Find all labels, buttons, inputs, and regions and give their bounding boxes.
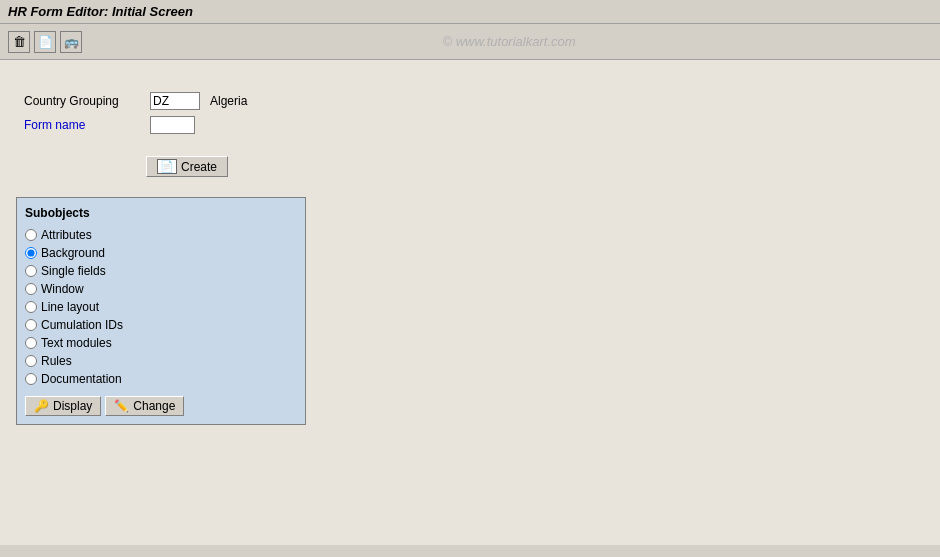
form-name-row: Form name	[24, 116, 916, 134]
cumulation-ids-label[interactable]: Cumulation IDs	[41, 318, 123, 332]
app-title: HR Form Editor: Initial Screen	[8, 4, 193, 19]
save-button[interactable]: 🚌	[60, 31, 82, 53]
delete-button[interactable]: 🗑	[8, 31, 30, 53]
save-icon: 🚌	[64, 35, 79, 49]
subobjects-panel: Subobjects Attributes Background Single …	[16, 197, 306, 425]
window-radio[interactable]	[25, 283, 37, 295]
background-label[interactable]: Background	[41, 246, 105, 260]
form-name-input[interactable]	[150, 116, 195, 134]
display-icon: 🔑	[34, 399, 49, 413]
country-grouping-row: Country Grouping Algeria	[24, 92, 916, 110]
copy-button[interactable]: 📄	[34, 31, 56, 53]
attributes-radio[interactable]	[25, 229, 37, 241]
title-bar: HR Form Editor: Initial Screen	[0, 0, 940, 24]
documentation-radio[interactable]	[25, 373, 37, 385]
create-button[interactable]: 📄 Create	[146, 156, 228, 177]
radio-attributes: Attributes	[25, 228, 297, 242]
radio-documentation: Documentation	[25, 372, 297, 386]
radio-line-layout: Line layout	[25, 300, 297, 314]
copy-icon: 📄	[38, 35, 53, 49]
rules-radio[interactable]	[25, 355, 37, 367]
text-modules-radio[interactable]	[25, 337, 37, 349]
background-radio[interactable]	[25, 247, 37, 259]
toolbar: 🗑 📄 🚌 © www.tutorialkart.com	[0, 24, 940, 60]
radio-rules: Rules	[25, 354, 297, 368]
change-button[interactable]: ✏️ Change	[105, 396, 184, 416]
line-layout-label[interactable]: Line layout	[41, 300, 99, 314]
bottom-buttons: 🔑 Display ✏️ Change	[25, 396, 297, 416]
display-button[interactable]: 🔑 Display	[25, 396, 101, 416]
form-area: Country Grouping Algeria Form name	[16, 76, 924, 148]
single-fields-label[interactable]: Single fields	[41, 264, 106, 278]
watermark: © www.tutorialkart.com	[86, 34, 932, 49]
main-content: Country Grouping Algeria Form name 📄 Cre…	[0, 60, 940, 545]
delete-icon: 🗑	[13, 34, 26, 49]
radio-window: Window	[25, 282, 297, 296]
country-grouping-input[interactable]	[150, 92, 200, 110]
cumulation-ids-radio[interactable]	[25, 319, 37, 331]
radio-text-modules: Text modules	[25, 336, 297, 350]
form-name-label: Form name	[24, 118, 144, 132]
rules-label[interactable]: Rules	[41, 354, 72, 368]
country-name-display: Algeria	[210, 94, 247, 108]
create-button-label: Create	[181, 160, 217, 174]
radio-background: Background	[25, 246, 297, 260]
attributes-label[interactable]: Attributes	[41, 228, 92, 242]
radio-cumulation-ids: Cumulation IDs	[25, 318, 297, 332]
create-page-icon: 📄	[157, 159, 177, 174]
line-layout-radio[interactable]	[25, 301, 37, 313]
subobjects-title: Subobjects	[25, 206, 297, 220]
window-label[interactable]: Window	[41, 282, 84, 296]
country-grouping-label: Country Grouping	[24, 94, 144, 108]
change-icon: ✏️	[114, 399, 129, 413]
radio-single-fields: Single fields	[25, 264, 297, 278]
create-area: 📄 Create	[16, 148, 924, 185]
single-fields-radio[interactable]	[25, 265, 37, 277]
documentation-label[interactable]: Documentation	[41, 372, 122, 386]
display-button-label: Display	[53, 399, 92, 413]
text-modules-label[interactable]: Text modules	[41, 336, 112, 350]
change-button-label: Change	[133, 399, 175, 413]
